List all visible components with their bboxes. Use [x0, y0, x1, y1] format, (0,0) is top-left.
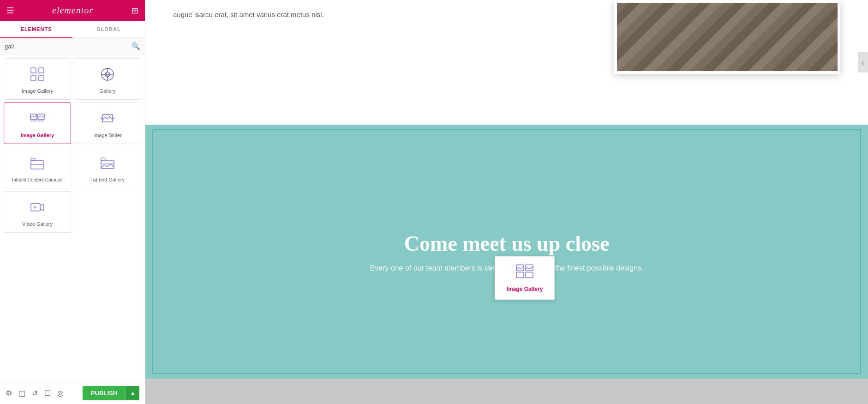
settings-icon[interactable]: ⚙ — [6, 389, 12, 398]
preview-icon[interactable]: ◎ — [57, 389, 64, 398]
svg-rect-30 — [516, 272, 524, 278]
search-input[interactable] — [5, 43, 132, 50]
apps-grid-icon[interactable]: ⊞ — [132, 6, 138, 16]
canvas-teal-section: Come meet us up close Every one of our t… — [145, 125, 868, 379]
video-gallery-icon — [29, 199, 46, 217]
drag-tooltip: Image Gallery — [495, 256, 555, 300]
wordpress-icon: W — [99, 66, 116, 84]
widget-tabbed-content-carousel[interactable]: Tabbed Content Carousel — [4, 147, 71, 188]
widget-grid: Image Gallery W Gallery — [0, 54, 145, 382]
svg-rect-3 — [39, 76, 44, 81]
collapse-arrow-icon: ‹ — [862, 58, 864, 67]
architecture-image — [617, 3, 838, 71]
panel-header: ☰ elementor ⊞ — [0, 0, 145, 21]
publish-button[interactable]: PUBLISH — [83, 386, 126, 400]
grid-icon — [29, 66, 46, 84]
tab-elements[interactable]: ELEMENTS — [0, 21, 72, 38]
tooltip-image-icon — [515, 264, 534, 282]
svg-marker-18 — [101, 117, 102, 119]
canvas-area: augue isarcu erat, sit amet varius erat … — [145, 0, 868, 404]
widget-label: Tabbed Content Carousel — [11, 177, 63, 182]
tooltip-label: Image Gallery — [507, 286, 543, 292]
canvas-body-text: augue isarcu erat, sit amet varius erat … — [173, 0, 324, 20]
widget-tabbed-gallery[interactable]: Tabbed Gallery — [74, 147, 141, 188]
canvas-bottom — [145, 379, 868, 404]
bottom-toolbar: ⚙ ◫ ↺ ☐ ◎ PUBLISH ▲ — [0, 382, 145, 404]
body-paragraph: augue isarcu erat, sit amet varius erat … — [173, 9, 324, 20]
widget-label: Video Gallery — [22, 221, 53, 227]
left-panel: ☰ elementor ⊞ ELEMENTS GLOBAL 🔍 Image Ga… — [0, 0, 145, 404]
elementor-logo: elementor — [52, 5, 93, 16]
svg-marker-27 — [34, 205, 37, 209]
widget-label: Image Gallery — [21, 133, 54, 138]
svg-rect-28 — [516, 265, 524, 271]
svg-rect-20 — [31, 161, 44, 169]
search-bar: 🔍 — [0, 38, 145, 54]
tab-global[interactable]: GLOBAL — [72, 21, 145, 37]
panel-tabs: ELEMENTS GLOBAL — [0, 21, 145, 38]
svg-rect-23 — [101, 160, 114, 169]
tabbed-gallery-icon — [99, 155, 116, 173]
search-icon: 🔍 — [132, 42, 140, 50]
tabbed-carousel-icon — [29, 155, 46, 174]
publish-dropdown-button[interactable]: ▲ — [126, 386, 139, 400]
svg-rect-2 — [31, 76, 36, 81]
widget-image-gallery-1[interactable]: Image Gallery — [4, 58, 71, 100]
publish-btn-group: PUBLISH ▲ — [83, 386, 139, 400]
widget-video-gallery[interactable]: Video Gallery — [4, 191, 71, 233]
comment-icon[interactable]: ☐ — [44, 389, 51, 398]
widget-image-gallery-2[interactable]: Image Gallery — [4, 103, 71, 144]
hamburger-icon[interactable]: ☰ — [6, 6, 14, 16]
svg-rect-31 — [526, 272, 533, 278]
widget-label: Image Gallery — [22, 88, 53, 94]
canvas-image — [614, 0, 840, 74]
teal-heading: Come meet us up close — [404, 231, 610, 256]
svg-text:W: W — [105, 72, 110, 77]
image-slider-icon — [99, 110, 116, 129]
svg-marker-19 — [113, 117, 114, 119]
svg-rect-1 — [39, 68, 44, 73]
canvas-teal-inner: Come meet us up close Every one of our t… — [152, 129, 861, 374]
image-gallery-icon — [29, 110, 46, 129]
layers-icon[interactable]: ◫ — [18, 389, 25, 398]
widget-gallery-1[interactable]: W Gallery — [74, 58, 141, 100]
toolbar-icons: ⚙ ◫ ↺ ☐ ◎ — [6, 389, 64, 398]
svg-rect-0 — [31, 68, 36, 73]
svg-rect-29 — [526, 265, 533, 271]
history-icon[interactable]: ↺ — [32, 389, 38, 398]
collapse-panel-handle[interactable]: ‹ — [858, 52, 868, 72]
canvas-top: augue isarcu erat, sit amet varius erat … — [145, 0, 868, 125]
widget-label: Tabbed Gallery — [90, 177, 125, 182]
widget-label: Image Slider — [93, 133, 122, 138]
widget-label: Gallery — [100, 88, 116, 94]
widget-image-slider[interactable]: Image Slider — [74, 103, 141, 144]
